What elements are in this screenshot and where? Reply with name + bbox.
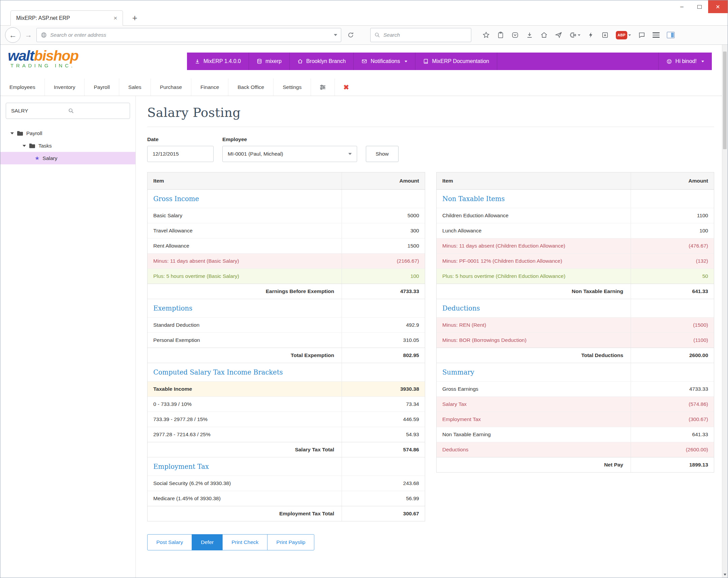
nav-documentation[interactable]: MixERP Documentation	[415, 53, 497, 70]
nav-database[interactable]: mixerp	[249, 53, 290, 70]
row-label: Minus: REN (Rent)	[437, 318, 631, 333]
row-amount: (574.86)	[631, 397, 714, 412]
table-row: Total Expemption802.95	[148, 348, 425, 363]
tree-node-tasks[interactable]: Tasks	[0, 139, 135, 152]
extensions-caret-icon[interactable]	[578, 34, 580, 36]
bookmarks-clipboard-icon[interactable]	[497, 31, 504, 39]
new-tab-button[interactable]: +	[129, 13, 140, 23]
print-check-button[interactable]: Print Check	[222, 534, 267, 550]
browser-tab[interactable]: MixERP: ASP.net ERP ×	[10, 10, 123, 26]
menu-hamburger-icon[interactable]	[653, 32, 659, 38]
toolbar-icons: ABP	[483, 31, 675, 40]
close-menu-icon[interactable]: ✖	[335, 78, 358, 96]
envelope-icon	[362, 59, 367, 64]
action-buttons: Post Salary Defer Print Check Print Pays…	[147, 534, 714, 550]
row-amount: 300.67	[342, 506, 425, 521]
menu-item-sales[interactable]: Sales	[119, 78, 151, 96]
search-input[interactable]: Search	[383, 32, 400, 38]
sidebar-search-input[interactable]: SALRY	[11, 108, 68, 114]
bolt-icon[interactable]	[588, 31, 594, 39]
scroll-up-icon[interactable]	[722, 45, 728, 51]
row-label: Non Taxable Earning	[437, 284, 631, 299]
filter-sliders-icon[interactable]	[311, 78, 335, 96]
box-download-icon[interactable]	[601, 31, 609, 39]
row-amount: 100	[342, 269, 425, 284]
app-navbar: MixERP 1.4.0.0 mixerp Brooklyn Branch No…	[187, 53, 712, 70]
abp-caret-icon[interactable]	[628, 34, 631, 36]
section-title: Employment Tax	[148, 457, 342, 476]
post-salary-button[interactable]: Post Salary	[147, 534, 192, 550]
row-label: Employment Tax	[437, 412, 631, 427]
tab-close-icon[interactable]: ×	[113, 15, 117, 22]
abp-icon[interactable]: ABP	[616, 31, 631, 40]
home-icon	[297, 59, 303, 64]
close-button[interactable]: ✕	[708, 0, 728, 13]
app-header: waltbishop TRADING INC. MixERP 1.4.0.0 m…	[0, 45, 722, 78]
salary-form: Date 12/12/2015 Employee MI-0001 (Paul, …	[147, 136, 714, 162]
titlebar: – ✕ MixERP: ASP.net ERP × +	[0, 0, 728, 25]
employee-label: Employee	[222, 136, 357, 142]
main-content: Salary Posting Date 12/12/2015 Employee …	[136, 96, 723, 578]
sidebar-search[interactable]: SALRY	[6, 103, 130, 119]
tree-node-salary-selected[interactable]: ★ Salary	[0, 152, 135, 164]
row-label: Children Eduction Allowance	[437, 208, 631, 223]
print-payslip-button[interactable]: Print Payslip	[267, 534, 314, 550]
table-header-row: ItemAmount	[437, 173, 714, 190]
menu-item-settings[interactable]: Settings	[274, 78, 311, 96]
scrollbar-thumb[interactable]	[723, 52, 727, 149]
section-header-row: Exemptions	[148, 299, 425, 317]
bookmark-star-icon[interactable]	[483, 31, 490, 39]
address-dropdown-icon[interactable]	[334, 34, 337, 36]
menu-item-back-office[interactable]: Back Office	[228, 78, 274, 96]
tree-expand-icon[interactable]	[10, 132, 14, 134]
tree-node-payroll[interactable]: Payroll	[0, 127, 135, 139]
row-amount: 100	[631, 223, 714, 238]
table-row: Rent Allowance1500	[148, 238, 425, 253]
tree-expand-icon[interactable]	[23, 145, 26, 147]
back-button[interactable]: ←	[5, 27, 21, 43]
sidebar-panel-icon[interactable]	[667, 32, 675, 38]
date-input[interactable]: 12/12/2015	[147, 146, 214, 162]
scroll-down-icon[interactable]	[722, 572, 728, 578]
nav-version[interactable]: MixERP 1.4.0.0	[187, 53, 249, 70]
column-amount: Amount	[342, 173, 425, 189]
address-bar[interactable]: Search or enter address	[36, 28, 341, 42]
nav-user[interactable]: Hi binod!	[658, 53, 712, 70]
home-icon[interactable]	[540, 31, 548, 39]
nav-branch[interactable]: Brooklyn Branch	[290, 53, 354, 70]
show-button[interactable]: Show	[366, 146, 398, 162]
nav-notifications[interactable]: Notifications	[354, 53, 415, 70]
browser-window: – ✕ MixERP: ASP.net ERP × + ← → Search o…	[0, 0, 728, 578]
menu-item-inventory[interactable]: Inventory	[45, 78, 85, 96]
row-amount: (2166.67)	[342, 254, 425, 268]
search-bar[interactable]: Search	[370, 28, 471, 42]
chat-icon[interactable]	[638, 31, 646, 39]
refresh-icon[interactable]	[344, 28, 357, 42]
forward-button[interactable]: →	[24, 31, 33, 39]
row-amount: (1100)	[631, 333, 714, 348]
maximize-button[interactable]	[691, 0, 708, 13]
table-row: Deductions(2600.00)	[437, 442, 714, 457]
menu-item-employees[interactable]: Employees	[0, 78, 45, 96]
column-item: Item	[437, 173, 631, 189]
table-row: Minus: BOR (Borrowings Deduction)(1100)	[437, 333, 714, 348]
address-input[interactable]: Search or enter address	[50, 32, 331, 38]
vertical-scrollbar[interactable]	[722, 45, 728, 578]
section-header-row: Employment Tax	[148, 457, 425, 476]
defer-button[interactable]: Defer	[192, 534, 223, 550]
star-icon: ★	[35, 155, 40, 161]
pocket-icon[interactable]	[511, 31, 519, 39]
employee-select[interactable]: MI-0001 (Paul, Micheal)	[222, 146, 357, 162]
nav-user-label: Hi binod!	[675, 58, 697, 64]
download-icon[interactable]	[526, 31, 533, 39]
menu-item-payroll[interactable]: Payroll	[84, 78, 119, 96]
row-label: Minus: 11 days absent (Children Eduction…	[437, 238, 631, 253]
menu-item-purchase[interactable]: Purchase	[151, 78, 191, 96]
minimize-button[interactable]: –	[673, 0, 691, 13]
row-label: Standard Deduction	[148, 318, 342, 333]
send-icon[interactable]	[555, 31, 562, 39]
earnings-table: ItemAmountGross IncomeBasic Salary5000Tr…	[147, 172, 425, 521]
menu-item-finance[interactable]: Finance	[191, 78, 228, 96]
extensions-puzzle-icon[interactable]	[569, 31, 580, 39]
row-amount: 4733.33	[631, 382, 714, 396]
